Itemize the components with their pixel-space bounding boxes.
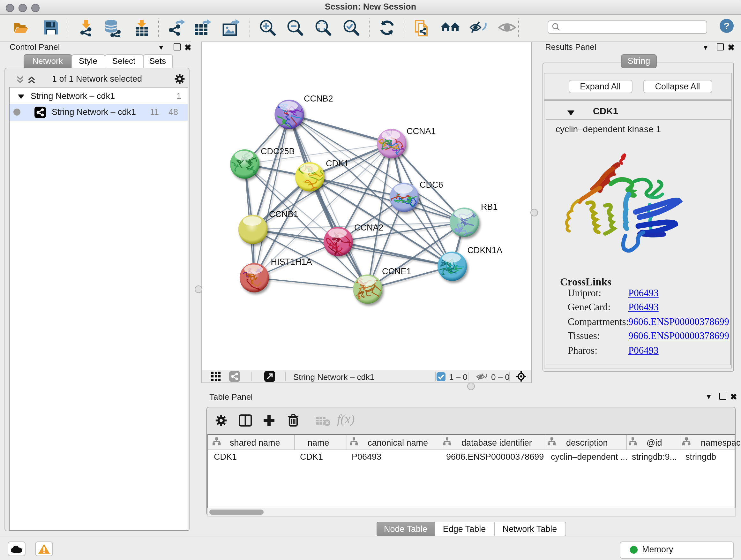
svg-text:CCNA1: CCNA1	[406, 126, 435, 136]
svg-text:CCNA2: CCNA2	[354, 223, 383, 232]
svg-text:CCNB1: CCNB1	[269, 209, 298, 219]
svg-text:RB1: RB1	[481, 202, 497, 211]
svg-text:CDK1: CDK1	[326, 159, 348, 168]
svg-text:HIST1H1A: HIST1H1A	[270, 257, 312, 266]
svg-text:CCNE1: CCNE1	[382, 266, 411, 276]
svg-text:CDC25B: CDC25B	[260, 146, 294, 156]
svg-text:?: ?	[724, 20, 730, 30]
svg-text:CCNB2: CCNB2	[304, 94, 333, 103]
svg-text:CDKN1A: CDKN1A	[467, 245, 502, 255]
svg-text:CDC6: CDC6	[419, 180, 443, 189]
